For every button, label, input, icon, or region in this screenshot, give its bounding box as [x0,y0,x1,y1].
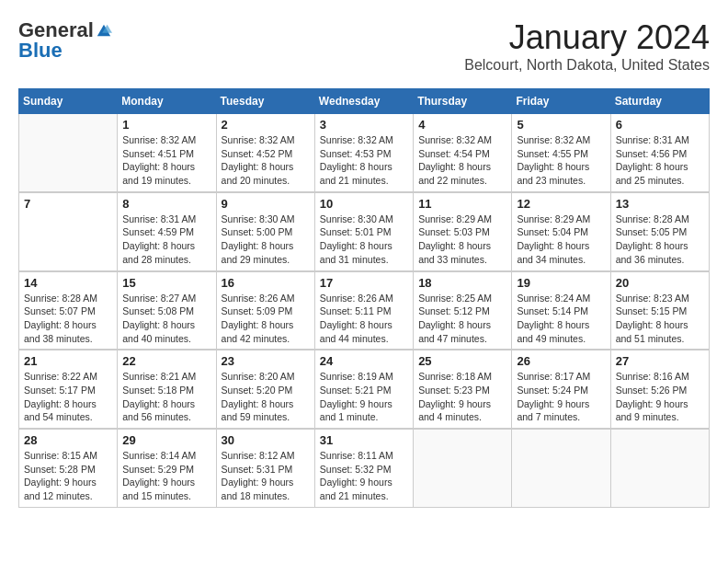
day-number: 25 [418,354,506,368]
table-row [414,430,512,508]
day-number: 2 [222,118,310,132]
table-row: 4Sunrise: 8:32 AMSunset: 4:54 PMDaylight… [414,114,512,192]
calendar-week-1: 1Sunrise: 8:32 AMSunset: 4:51 PMDaylight… [19,114,710,192]
table-row [19,114,118,192]
logo: General Blue [18,18,112,63]
day-info: Sunrise: 8:18 AMSunset: 5:23 PMDaylight:… [418,370,506,424]
table-row: 31Sunrise: 8:11 AMSunset: 5:32 PMDayligh… [314,430,413,508]
table-row: 15Sunrise: 8:27 AMSunset: 5:08 PMDayligh… [118,271,216,350]
header-monday: Monday [118,89,216,114]
table-row: 11Sunrise: 8:29 AMSunset: 5:03 PMDayligh… [414,192,512,270]
day-number: 6 [616,118,704,132]
day-info: Sunrise: 8:14 AMSunset: 5:29 PMDaylight:… [122,449,210,503]
table-row [512,430,610,508]
header-sunday: Sunday [19,89,118,114]
day-number: 30 [222,433,310,447]
header-wednesday: Wednesday [314,89,413,114]
table-row: 14Sunrise: 8:28 AMSunset: 5:07 PMDayligh… [19,271,118,350]
calendar-week-3: 14Sunrise: 8:28 AMSunset: 5:07 PMDayligh… [19,271,710,350]
header-thursday: Thursday [414,89,512,114]
day-info: Sunrise: 8:21 AMSunset: 5:18 PMDaylight:… [122,370,210,424]
calendar-header-row: Sunday Monday Tuesday Wednesday Thursday… [19,89,710,114]
table-row: 30Sunrise: 8:12 AMSunset: 5:31 PMDayligh… [216,430,314,508]
day-info: Sunrise: 8:22 AMSunset: 5:17 PMDaylight:… [24,370,112,424]
logo-icon [96,22,112,39]
day-number: 14 [24,276,112,290]
day-info: Sunrise: 8:24 AMSunset: 5:14 PMDaylight:… [517,292,605,346]
day-info: Sunrise: 8:12 AMSunset: 5:31 PMDaylight:… [222,449,310,503]
day-number: 24 [320,354,408,368]
table-row: 21Sunrise: 8:22 AMSunset: 5:17 PMDayligh… [19,350,118,429]
calendar-table: Sunday Monday Tuesday Wednesday Thursday… [18,88,710,508]
calendar-week-5: 28Sunrise: 8:15 AMSunset: 5:28 PMDayligh… [19,430,710,508]
table-row: 13Sunrise: 8:28 AMSunset: 5:05 PMDayligh… [610,192,709,270]
day-number: 29 [122,433,210,447]
day-number: 18 [418,276,506,290]
day-number: 9 [222,197,310,211]
day-number: 11 [418,197,506,211]
table-row: 24Sunrise: 8:19 AMSunset: 5:21 PMDayligh… [314,350,413,429]
header-tuesday: Tuesday [216,89,314,114]
day-info: Sunrise: 8:30 AMSunset: 5:01 PMDaylight:… [320,213,408,267]
table-row: 18Sunrise: 8:25 AMSunset: 5:12 PMDayligh… [414,271,512,350]
location-title: Belcourt, North Dakota, United States [464,57,710,74]
day-info: Sunrise: 8:32 AMSunset: 4:53 PMDaylight:… [320,133,408,188]
day-number: 12 [517,197,605,211]
day-number: 28 [24,433,112,447]
day-number: 5 [517,118,605,132]
title-area: January 2024 Belcourt, North Dakota, Uni… [464,18,710,74]
day-info: Sunrise: 8:32 AMSunset: 4:51 PMDaylight:… [122,133,210,188]
table-row: 6Sunrise: 8:31 AMSunset: 4:56 PMDaylight… [610,114,709,192]
day-info: Sunrise: 8:32 AMSunset: 4:55 PMDaylight:… [517,133,605,188]
table-row: 16Sunrise: 8:26 AMSunset: 5:09 PMDayligh… [216,271,314,350]
table-row: 3Sunrise: 8:32 AMSunset: 4:53 PMDaylight… [314,114,413,192]
day-number: 20 [616,276,704,290]
day-info: Sunrise: 8:25 AMSunset: 5:12 PMDaylight:… [418,292,506,346]
day-info: Sunrise: 8:32 AMSunset: 4:54 PMDaylight:… [418,133,506,188]
calendar-week-2: 78Sunrise: 8:31 AMSunset: 4:59 PMDayligh… [19,192,710,270]
day-number: 4 [418,118,506,132]
header-saturday: Saturday [610,89,709,114]
day-number: 22 [122,354,210,368]
table-row: 29Sunrise: 8:14 AMSunset: 5:29 PMDayligh… [118,430,216,508]
table-row: 2Sunrise: 8:32 AMSunset: 4:52 PMDaylight… [216,114,314,192]
day-info: Sunrise: 8:26 AMSunset: 5:11 PMDaylight:… [320,292,408,346]
table-row: 23Sunrise: 8:20 AMSunset: 5:20 PMDayligh… [216,350,314,429]
logo-blue: Blue [18,39,63,63]
day-info: Sunrise: 8:32 AMSunset: 4:52 PMDaylight:… [222,133,310,188]
day-number: 16 [222,276,310,290]
table-row: 7 [19,192,118,270]
day-info: Sunrise: 8:26 AMSunset: 5:09 PMDaylight:… [222,292,310,346]
day-info: Sunrise: 8:15 AMSunset: 5:28 PMDaylight:… [24,449,112,503]
day-number: 3 [320,118,408,132]
day-number: 31 [320,433,408,447]
table-row: 12Sunrise: 8:29 AMSunset: 5:04 PMDayligh… [512,192,610,270]
day-info: Sunrise: 8:28 AMSunset: 5:05 PMDaylight:… [616,213,704,267]
day-info: Sunrise: 8:28 AMSunset: 5:07 PMDaylight:… [24,292,112,346]
day-info: Sunrise: 8:23 AMSunset: 5:15 PMDaylight:… [616,292,704,346]
day-number: 13 [616,197,704,211]
calendar-week-4: 21Sunrise: 8:22 AMSunset: 5:17 PMDayligh… [19,350,710,429]
table-row: 9Sunrise: 8:30 AMSunset: 5:00 PMDaylight… [216,192,314,270]
day-info: Sunrise: 8:20 AMSunset: 5:20 PMDaylight:… [222,370,310,424]
day-number: 15 [122,276,210,290]
day-number: 10 [320,197,408,211]
header-friday: Friday [512,89,610,114]
day-info: Sunrise: 8:31 AMSunset: 4:56 PMDaylight:… [616,133,704,188]
table-row: 8Sunrise: 8:31 AMSunset: 4:59 PMDaylight… [118,192,216,270]
table-row: 20Sunrise: 8:23 AMSunset: 5:15 PMDayligh… [610,271,709,350]
table-row: 17Sunrise: 8:26 AMSunset: 5:11 PMDayligh… [314,271,413,350]
day-number: 7 [24,197,112,211]
day-number: 21 [24,354,112,368]
day-number: 26 [517,354,605,368]
day-info: Sunrise: 8:27 AMSunset: 5:08 PMDaylight:… [122,292,210,346]
day-info: Sunrise: 8:31 AMSunset: 4:59 PMDaylight:… [122,213,210,267]
table-row: 10Sunrise: 8:30 AMSunset: 5:01 PMDayligh… [314,192,413,270]
table-row [610,430,709,508]
day-info: Sunrise: 8:17 AMSunset: 5:24 PMDaylight:… [517,370,605,424]
month-title: January 2024 [464,18,710,57]
day-info: Sunrise: 8:11 AMSunset: 5:32 PMDaylight:… [320,449,408,503]
day-info: Sunrise: 8:30 AMSunset: 5:00 PMDaylight:… [222,213,310,267]
day-info: Sunrise: 8:16 AMSunset: 5:26 PMDaylight:… [616,370,704,424]
day-number: 23 [222,354,310,368]
